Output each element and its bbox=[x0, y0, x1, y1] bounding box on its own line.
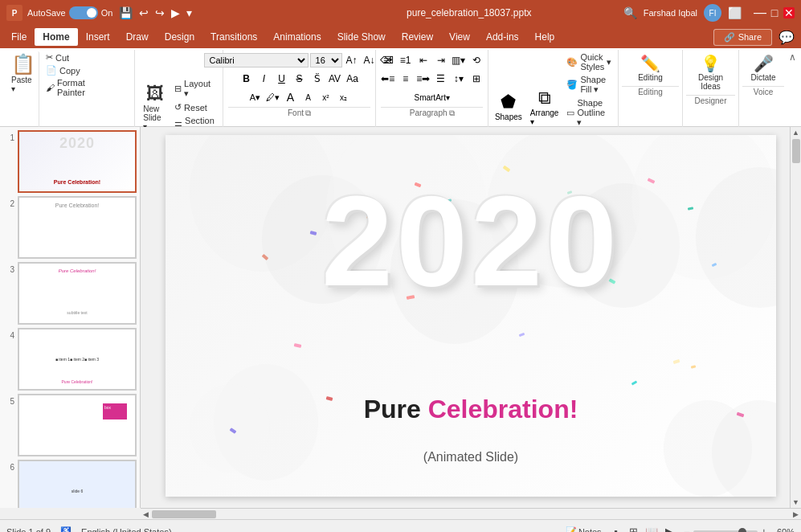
text-direction-button[interactable]: ⟲ bbox=[468, 52, 484, 68]
align-center-button[interactable]: ≡ bbox=[398, 71, 414, 87]
slide-thumb-img-6[interactable]: slide 6 bbox=[18, 460, 137, 508]
slide-thumb-img-2[interactable]: Pure Celebration! bbox=[18, 196, 137, 259]
strikethrough-button[interactable]: S bbox=[292, 71, 308, 87]
maximize-button[interactable]: □ bbox=[769, 7, 780, 18]
customize-icon[interactable]: ▾ bbox=[185, 5, 194, 21]
font-expand-icon[interactable]: ⧉ bbox=[305, 108, 311, 118]
font-name-select[interactable]: Calibri bbox=[204, 53, 309, 68]
bullets-button[interactable]: ≡• bbox=[380, 52, 396, 68]
slide-thumb-1[interactable]: 1 2020 Pure Celebration! bbox=[3, 130, 137, 193]
text-highlight-button[interactable]: 🖊▾ bbox=[265, 89, 281, 105]
copy-button[interactable]: 📄Copy bbox=[43, 64, 88, 76]
menu-file[interactable]: File bbox=[3, 28, 35, 46]
zoom-out-button[interactable]: − bbox=[684, 526, 690, 533]
scroll-left-arrow[interactable]: ◀ bbox=[141, 510, 151, 518]
menu-transitions[interactable]: Transitions bbox=[202, 28, 265, 46]
editing-button[interactable]: ✏️ Editing bbox=[622, 51, 679, 84]
menu-review[interactable]: Review bbox=[394, 28, 441, 46]
ribbon-collapse-button[interactable]: ∧ bbox=[789, 51, 796, 63]
zoom-in-button[interactable]: + bbox=[761, 526, 767, 533]
increase-font-button[interactable]: A↑ bbox=[344, 52, 360, 68]
design-ideas-button[interactable]: 💡 Design Ideas bbox=[686, 51, 735, 93]
char-spacing-button[interactable]: AV bbox=[327, 71, 343, 87]
new-slide-button[interactable]: 🖼 New Slide ▾ bbox=[140, 82, 170, 133]
menu-home[interactable]: Home bbox=[35, 28, 77, 46]
subscript-button[interactable]: x₂ bbox=[336, 89, 352, 105]
undo-icon[interactable]: ↩ bbox=[137, 5, 150, 21]
h-scrollbar[interactable]: ◀ ▶ bbox=[141, 508, 801, 519]
present-icon[interactable]: ▶ bbox=[170, 5, 182, 21]
increase-indent-button[interactable]: ⇥ bbox=[433, 52, 449, 68]
slideshow-button[interactable]: ▶ bbox=[661, 524, 677, 533]
justify-button[interactable]: ☰ bbox=[433, 71, 449, 87]
normal-view-button[interactable]: ▪ bbox=[608, 524, 624, 533]
minimize-button[interactable]: — bbox=[754, 7, 766, 18]
menu-slideshow[interactable]: Slide Show bbox=[329, 28, 394, 46]
format-painter-button[interactable]: 🖌Format Painter bbox=[43, 77, 88, 98]
italic-button[interactable]: I bbox=[256, 71, 272, 87]
zoom-thumb[interactable] bbox=[738, 528, 746, 533]
menu-addins[interactable]: Add-ins bbox=[478, 28, 527, 46]
slide-thumb-5[interactable]: 5 box bbox=[3, 394, 137, 456]
user-avatar[interactable]: FI bbox=[704, 4, 721, 22]
comment-icon[interactable]: 💬 bbox=[775, 28, 798, 47]
scroll-up-arrow[interactable]: ▲ bbox=[791, 127, 801, 138]
hscroll-thumb[interactable] bbox=[152, 510, 216, 518]
slide-thumb-6[interactable]: 6 slide 6 bbox=[3, 460, 137, 508]
close-button[interactable]: ✕ bbox=[783, 7, 795, 18]
line-spacing-button[interactable]: ↕▾ bbox=[451, 71, 467, 87]
font-color-button[interactable]: A▾ bbox=[247, 89, 264, 105]
menu-animations[interactable]: Animations bbox=[265, 28, 329, 46]
redo-icon[interactable]: ↪ bbox=[153, 5, 166, 21]
decrease-indent-button[interactable]: ⇤ bbox=[415, 52, 431, 68]
change-case-button[interactable]: Aa bbox=[345, 71, 361, 87]
superscript-button[interactable]: x² bbox=[318, 89, 334, 105]
save-icon[interactable]: 💾 bbox=[117, 5, 134, 21]
menu-design[interactable]: Design bbox=[157, 28, 202, 46]
shape-fill-button[interactable]: 🪣 Shape Fill ▾ bbox=[563, 74, 615, 96]
search-icon[interactable]: 🔍 bbox=[623, 6, 637, 19]
align-right-button[interactable]: ≡➡ bbox=[415, 71, 431, 87]
numbering-button[interactable]: ≡1 bbox=[398, 52, 414, 68]
font-size-large-button[interactable]: A bbox=[283, 89, 299, 105]
zoom-level[interactable]: 60% bbox=[770, 527, 795, 533]
menu-view[interactable]: View bbox=[441, 28, 478, 46]
slide-thumb-img-3[interactable]: Pure Celebration! subtitle text bbox=[18, 262, 137, 325]
font-size-select[interactable]: 16 bbox=[310, 53, 342, 68]
dictate-button[interactable]: 🎤 Dictate bbox=[746, 51, 782, 84]
arrange-button[interactable]: ⧉ Arrange ▾ bbox=[527, 86, 562, 128]
slide-thumb-img-4[interactable]: ■ item 1 ■ item 2 ■ item 3 Pure Celebrat… bbox=[18, 328, 137, 391]
slide-thumb-2[interactable]: 2 Pure Celebration! bbox=[3, 196, 137, 259]
shape-outline-button[interactable]: ▭ Shape Outline ▾ bbox=[563, 97, 615, 129]
ribbon-collapse-icon[interactable]: ⬜ bbox=[728, 6, 742, 19]
scroll-down-arrow[interactable]: ▼ bbox=[791, 497, 801, 508]
underline-button[interactable]: U bbox=[274, 71, 290, 87]
slide-thumb-img-1[interactable]: 2020 Pure Celebration! bbox=[18, 130, 137, 193]
accessibility-icon[interactable]: ♿ bbox=[60, 526, 72, 532]
scroll-right-arrow[interactable]: ▶ bbox=[791, 510, 801, 518]
paragraph-expand-icon[interactable]: ⧉ bbox=[449, 108, 455, 118]
vscroll-thumb[interactable] bbox=[792, 139, 800, 163]
shapes-button[interactable]: ⬟ Shapes bbox=[492, 90, 525, 123]
convert-to-smartart-button[interactable]: SmartArt▾ bbox=[411, 89, 452, 105]
layout-button[interactable]: ⊟Layout ▾ bbox=[171, 78, 218, 100]
more-para-button[interactable]: ⊞ bbox=[468, 71, 484, 87]
align-left-button[interactable]: ⬅≡ bbox=[380, 71, 396, 87]
font-size-small-button[interactable]: A bbox=[300, 89, 317, 105]
slide-thumb-4[interactable]: 4 ■ item 1 ■ item 2 ■ item 3 Pure Celebr… bbox=[3, 328, 137, 391]
notes-button[interactable]: 📝 Notes bbox=[566, 526, 602, 532]
bold-button[interactable]: B bbox=[239, 71, 255, 87]
cut-button[interactable]: ✂Cut bbox=[43, 51, 88, 63]
slide-thumb-img-5[interactable]: box bbox=[18, 394, 137, 456]
menu-help[interactable]: Help bbox=[527, 28, 563, 46]
quick-styles-button[interactable]: 🎨 Quick Styles ▾ bbox=[563, 51, 615, 72]
decrease-font-button[interactable]: A↓ bbox=[362, 52, 378, 68]
autosave-toggle[interactable] bbox=[69, 6, 98, 19]
reading-view-button[interactable]: 📖 bbox=[644, 524, 660, 533]
menu-draw[interactable]: Draw bbox=[118, 28, 157, 46]
share-button[interactable]: 🔗 Share bbox=[713, 29, 772, 46]
slide-thumb-3[interactable]: 3 Pure Celebration! subtitle text bbox=[3, 262, 137, 325]
reset-button[interactable]: ↺Reset bbox=[171, 101, 218, 113]
columns-button[interactable]: ▥▾ bbox=[451, 52, 467, 68]
canvas-vscrollbar[interactable]: ▲ ▼ bbox=[790, 127, 801, 508]
